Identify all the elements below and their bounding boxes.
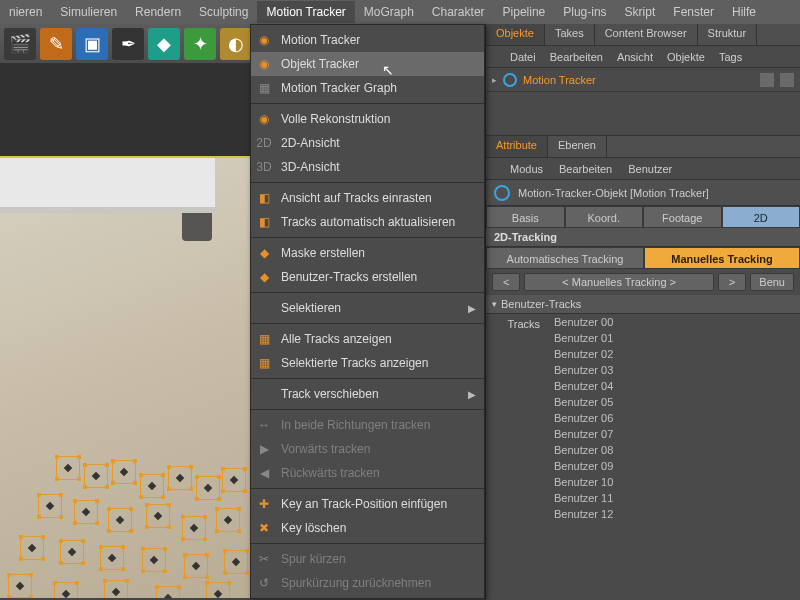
menu-rendern[interactable]: Rendern (126, 1, 190, 23)
om-menu-ansicht[interactable]: Ansicht (617, 51, 653, 63)
attribute-tabs[interactable]: AttributeEbenen (486, 136, 800, 158)
track-item[interactable]: Benutzer 05 (548, 394, 800, 410)
track-item[interactable]: Benutzer 02 (548, 346, 800, 362)
menu-item-2d-ansicht[interactable]: 2D2D-Ansicht (251, 131, 484, 155)
tool-pen-icon[interactable]: ✒ (112, 28, 144, 60)
track-item[interactable]: Benutzer 03 (548, 362, 800, 378)
attr-tab-basis[interactable]: Basis (486, 206, 565, 228)
menu-motion-tracker[interactable]: Motion Tracker (257, 1, 354, 23)
menu-hilfe[interactable]: Hilfe (723, 1, 765, 23)
track-item[interactable]: Benutzer 11 (548, 490, 800, 506)
tool-icon-4[interactable]: ◆ (148, 28, 180, 60)
nav-label[interactable]: < Manuelles Tracking > (524, 273, 713, 291)
attr-tab-footage[interactable]: Footage (643, 206, 722, 228)
menu-plug-ins[interactable]: Plug-ins (554, 1, 615, 23)
menu-fenster[interactable]: Fenster (664, 1, 723, 23)
visibility-toggle[interactable] (760, 73, 774, 87)
menu-pipeline[interactable]: Pipeline (494, 1, 555, 23)
menu-sculpting[interactable]: Sculpting (190, 1, 257, 23)
menu-item-track-verschieben[interactable]: Track verschieben▶ (251, 382, 484, 406)
manual-tracking-button[interactable]: Manuelles Tracking (644, 247, 800, 269)
track-marker[interactable] (216, 508, 240, 532)
viewport-footage[interactable] (0, 158, 250, 598)
track-marker[interactable] (54, 582, 78, 598)
render-toggle[interactable] (780, 73, 794, 87)
track-item[interactable]: Benutzer 12 (548, 506, 800, 522)
track-marker[interactable] (146, 504, 170, 528)
tab-ebenen[interactable]: Ebenen (548, 136, 607, 157)
benutzer-button[interactable]: Benu (750, 273, 794, 291)
track-marker[interactable] (56, 456, 80, 480)
auto-tracking-button[interactable]: Automatisches Tracking (486, 247, 644, 269)
tab-content-browser[interactable]: Content Browser (595, 24, 698, 45)
menu-item-tracks-automatisch-aktualisieren[interactable]: ◧Tracks automatisch aktualisieren (251, 210, 484, 234)
tab-objekte[interactable]: Objekte (486, 24, 545, 45)
tracks-list[interactable]: Benutzer 00Benutzer 01Benutzer 02Benutze… (548, 314, 800, 522)
attr-menu-bearbeiten[interactable]: Bearbeiten (559, 163, 612, 175)
attr-menu-benutzer[interactable]: Benutzer (628, 163, 672, 175)
om-menu-datei[interactable]: Datei (510, 51, 536, 63)
om-menu-objekte[interactable]: Objekte (667, 51, 705, 63)
track-item[interactable]: Benutzer 08 (548, 442, 800, 458)
menu-bar[interactable]: nierenSimulierenRendernSculptingMotion T… (0, 0, 800, 24)
track-marker[interactable] (140, 474, 164, 498)
nav-next-button[interactable]: > (718, 273, 746, 291)
attr-tab-2d[interactable]: 2D (722, 206, 801, 228)
track-item[interactable]: Benutzer 00 (548, 314, 800, 330)
menu-item-motion-tracker[interactable]: ◉Motion Tracker (251, 28, 484, 52)
menu-item-3d-ansicht[interactable]: 3D3D-Ansicht (251, 155, 484, 179)
track-marker[interactable] (224, 550, 248, 574)
track-item[interactable]: Benutzer 07 (548, 426, 800, 442)
menu-item-selektieren[interactable]: Selektieren▶ (251, 296, 484, 320)
menu-item-ansicht-auf-tracks-einrasten[interactable]: ◧Ansicht auf Tracks einrasten (251, 186, 484, 210)
attribute-toolbar[interactable]: ModusBearbeitenBenutzer (486, 158, 800, 180)
attr-tab-koord[interactable]: Koord. (565, 206, 644, 228)
object-manager-tabs[interactable]: ObjekteTakesContent BrowserStruktur (486, 24, 800, 46)
menu-item-maske-erstellen[interactable]: ◆Maske erstellen (251, 241, 484, 265)
track-marker[interactable] (168, 466, 192, 490)
track-marker[interactable] (104, 580, 128, 598)
menu-item-benutzer-tracks-erstellen[interactable]: ◆Benutzer-Tracks erstellen (251, 265, 484, 289)
menu-item-selektierte-tracks-anzeigen[interactable]: ▦Selektierte Tracks anzeigen (251, 351, 484, 375)
track-item[interactable]: Benutzer 01 (548, 330, 800, 346)
tool-icon-5[interactable]: ✦ (184, 28, 216, 60)
object-row-motion-tracker[interactable]: ▸ Motion Tracker (486, 68, 800, 92)
track-marker[interactable] (142, 548, 166, 572)
track-marker[interactable] (196, 476, 220, 500)
menu-item-motion-tracker-graph[interactable]: ▦Motion Tracker Graph (251, 76, 484, 100)
object-name[interactable]: Motion Tracker (523, 74, 596, 86)
track-marker[interactable] (156, 586, 180, 598)
menu-nieren[interactable]: nieren (0, 1, 51, 23)
attribute-category-tabs[interactable]: BasisKoord.Footage2D (486, 206, 800, 228)
track-marker[interactable] (84, 464, 108, 488)
track-marker[interactable] (206, 582, 230, 598)
track-marker[interactable] (182, 516, 206, 540)
track-marker[interactable] (112, 460, 136, 484)
expand-icon[interactable]: ▸ (492, 75, 497, 85)
viewport[interactable] (0, 64, 250, 600)
menu-item-key-l-schen[interactable]: ✖Key löschen (251, 516, 484, 540)
track-marker[interactable] (20, 536, 44, 560)
om-menu-tags[interactable]: Tags (719, 51, 742, 63)
nav-prev-button[interactable]: < (492, 273, 520, 291)
menu-charakter[interactable]: Charakter (423, 1, 494, 23)
group-benutzer-tracks[interactable]: ▾ Benutzer-Tracks (486, 295, 800, 314)
track-marker[interactable] (108, 508, 132, 532)
menu-item-objekt-tracker[interactable]: ◉Objekt Tracker (251, 52, 484, 76)
attr-menu-modus[interactable]: Modus (510, 163, 543, 175)
tool-cube-icon[interactable]: ▣ (76, 28, 108, 60)
tab-takes[interactable]: Takes (545, 24, 595, 45)
track-item[interactable]: Benutzer 09 (548, 458, 800, 474)
motion-tracker-menu[interactable]: ◉Motion Tracker◉Objekt Tracker▦Motion Tr… (250, 24, 485, 599)
tool-icon-6[interactable]: ◐ (220, 28, 252, 60)
track-item[interactable]: Benutzer 06 (548, 410, 800, 426)
menu-item-alle-tracks-anzeigen[interactable]: ▦Alle Tracks anzeigen (251, 327, 484, 351)
menu-mograph[interactable]: MoGraph (355, 1, 423, 23)
track-marker[interactable] (38, 494, 62, 518)
menu-item-volle-rekonstruktion[interactable]: ◉Volle Rekonstruktion (251, 107, 484, 131)
tool-icon-1[interactable]: 🎬 (4, 28, 36, 60)
menu-skript[interactable]: Skript (616, 1, 665, 23)
om-menu-bearbeiten[interactable]: Bearbeiten (550, 51, 603, 63)
track-item[interactable]: Benutzer 04 (548, 378, 800, 394)
track-marker[interactable] (184, 554, 208, 578)
